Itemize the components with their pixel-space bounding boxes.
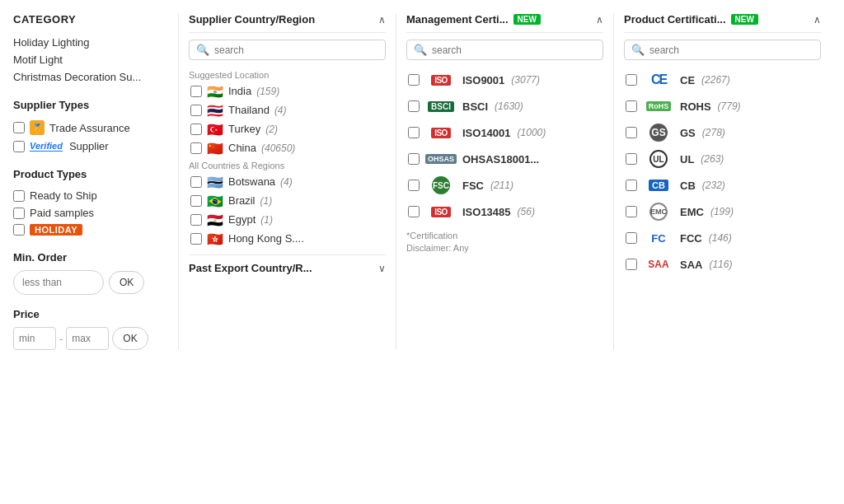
paid-samples-label: Paid samples	[30, 207, 94, 219]
ce-logo: CE	[644, 71, 673, 89]
cb-logo: CB	[644, 176, 673, 194]
management-cert-search-input[interactable]	[432, 44, 596, 56]
management-cert-panel: Management Certi... NEW ∧ 🔍 ISO ISO9001 …	[396, 13, 613, 350]
cert-rohs[interactable]: RoHS ROHS (779)	[624, 93, 821, 119]
location-turkey-checkbox[interactable]	[190, 124, 202, 135]
cert-ohsas-checkbox[interactable]	[408, 153, 420, 165]
ready-to-ship-filter[interactable]: Ready to Ship	[13, 187, 168, 204]
cert-gs[interactable]: GS GS (278)	[624, 119, 821, 146]
cert-saa[interactable]: SAA SAA (116)	[624, 251, 821, 278]
location-hongkong-checkbox[interactable]	[190, 233, 202, 245]
category-item-motif-light[interactable]: Motif Light	[13, 51, 168, 68]
cert-cb[interactable]: CB CB (232)	[624, 172, 821, 198]
location-turkey[interactable]: 🇹🇷 Turkey (2)	[189, 119, 386, 138]
cert-fsc[interactable]: FSC FSC (211)	[406, 172, 603, 198]
cert-bsci[interactable]: BSCI BSCI (1630)	[406, 93, 603, 119]
category-item-holiday-lighting[interactable]: Holiday Lighting	[13, 34, 168, 51]
location-brazil[interactable]: 🇧🇷 Brazil (1)	[189, 191, 386, 210]
cert-iso9001[interactable]: ISO ISO9001 (3077)	[406, 67, 603, 93]
sidebar: CATEGORY Holiday Lighting Motif Light Ch…	[13, 13, 178, 350]
supplier-country-list: Suggested Location 🇮🇳 India (159) 🇹🇭 Tha…	[189, 67, 386, 248]
cert-fcc[interactable]: FC FCC (146)	[624, 225, 821, 251]
cert-ce-checkbox[interactable]	[626, 74, 637, 86]
supplier-country-chevron-up[interactable]: ∧	[378, 14, 386, 26]
cert-rohs-checkbox[interactable]	[626, 100, 637, 112]
cert-iso9001-checkbox[interactable]	[408, 74, 420, 86]
holiday-filter[interactable]: HOLIDAY	[13, 222, 168, 238]
management-cert-title: Management Certi... NEW	[406, 13, 541, 26]
price-title: Price	[13, 308, 168, 320]
management-cert-chevron[interactable]: ∧	[596, 14, 603, 26]
min-order-row: OK	[13, 270, 168, 295]
product-cert-search-input[interactable]	[649, 44, 814, 56]
management-cert-list: ISO ISO9001 (3077) BSCI BSCI (1630) ISO …	[406, 67, 603, 225]
cert-ul-name: UL	[680, 153, 694, 166]
location-india[interactable]: 🇮🇳 India (159)	[189, 82, 386, 100]
verified-supplier-filter[interactable]: Verified Supplier	[13, 138, 168, 155]
cert-gs-checkbox[interactable]	[626, 127, 637, 138]
price-max-input[interactable]	[66, 327, 109, 350]
cert-fcc-checkbox[interactable]	[626, 232, 637, 244]
botswana-count: (4)	[280, 176, 293, 188]
cert-ohsas[interactable]: OHSAS OHSAS18001...	[406, 146, 603, 172]
cert-gs-count: (278)	[702, 127, 725, 138]
cert-saa-name: SAA	[680, 259, 702, 271]
trade-assurance-checkbox[interactable]	[13, 122, 25, 133]
cert-ul-checkbox[interactable]	[626, 153, 637, 165]
location-thailand[interactable]: 🇹🇭 Thailand (4)	[189, 100, 386, 119]
cert-emc[interactable]: EMC EMC (199)	[624, 198, 821, 225]
location-botswana-checkbox[interactable]	[190, 176, 202, 188]
location-hongkong[interactable]: 🇭🇰 Hong Kong S....	[189, 229, 386, 248]
location-egypt-checkbox[interactable]	[190, 214, 202, 226]
cert-saa-checkbox[interactable]	[626, 259, 637, 270]
cert-iso14001[interactable]: ISO ISO14001 (1000)	[406, 119, 603, 146]
cert-ul[interactable]: UL UL (263)	[624, 146, 821, 172]
min-order-input[interactable]	[13, 270, 104, 295]
cert-iso13485[interactable]: ISO ISO13485 (56)	[406, 198, 603, 225]
price-ok-button[interactable]: OK	[112, 327, 148, 350]
hongkong-flag: 🇭🇰	[207, 233, 223, 245]
location-brazil-checkbox[interactable]	[190, 195, 202, 207]
location-botswana[interactable]: 🇧🇼 Botswana (4)	[189, 172, 386, 191]
product-cert-search-icon: 🔍	[631, 44, 645, 56]
ready-to-ship-checkbox[interactable]	[13, 190, 25, 202]
location-india-checkbox[interactable]	[190, 86, 202, 97]
product-cert-new-badge: NEW	[731, 14, 758, 25]
price-dash: -	[59, 333, 63, 345]
cert-iso13485-checkbox[interactable]	[408, 206, 420, 217]
location-thailand-checkbox[interactable]	[190, 105, 202, 116]
cert-fsc-checkbox[interactable]	[408, 180, 420, 191]
location-china-checkbox[interactable]	[190, 142, 202, 154]
paid-samples-filter[interactable]: Paid samples	[13, 204, 168, 222]
ready-to-ship-label: Ready to Ship	[30, 189, 97, 202]
cert-cb-count: (232)	[702, 180, 725, 191]
supplier-country-search-input[interactable]	[214, 44, 378, 56]
holiday-checkbox[interactable]	[13, 224, 25, 236]
verified-supplier-checkbox[interactable]	[13, 141, 25, 152]
cert-cb-checkbox[interactable]	[626, 180, 637, 191]
product-cert-chevron[interactable]: ∧	[814, 14, 821, 26]
paid-samples-checkbox[interactable]	[13, 208, 25, 219]
supplier-country-header: Supplier Country/Region ∧	[189, 13, 386, 33]
cert-iso14001-checkbox[interactable]	[408, 127, 420, 138]
management-cert-new-badge: NEW	[513, 14, 541, 25]
trade-assurance-filter[interactable]: 🏅 Trade Assurance	[13, 118, 168, 138]
cert-ce[interactable]: CE CE (2267)	[624, 67, 821, 93]
china-flag: 🇨🇳	[207, 142, 223, 154]
min-order-title: Min. Order	[13, 251, 168, 264]
cert-iso13485-name: ISO13485	[462, 206, 511, 218]
price-min-input[interactable]	[13, 327, 56, 350]
location-china[interactable]: 🇨🇳 China (40650)	[189, 138, 386, 157]
product-cert-panel: Product Certificati... NEW ∧ 🔍 CE CE (22…	[613, 13, 831, 350]
category-item-christmas[interactable]: Christmas Decoration Su...	[13, 68, 168, 86]
past-export-section[interactable]: Past Export Country/R... ∨	[189, 254, 386, 274]
past-export-chevron[interactable]: ∨	[378, 263, 386, 274]
cert-emc-checkbox[interactable]	[626, 206, 637, 217]
cert-ul-count: (263)	[701, 153, 724, 165]
min-order-ok-button[interactable]: OK	[109, 271, 144, 294]
cert-iso14001-name: ISO14001	[462, 127, 511, 139]
filter-panels: Supplier Country/Region ∧ 🔍 Suggested Lo…	[178, 13, 831, 350]
cert-bsci-checkbox[interactable]	[408, 100, 420, 112]
fcc-logo: FC	[644, 229, 673, 247]
location-egypt[interactable]: 🇪🇬 Egypt (1)	[189, 210, 386, 229]
